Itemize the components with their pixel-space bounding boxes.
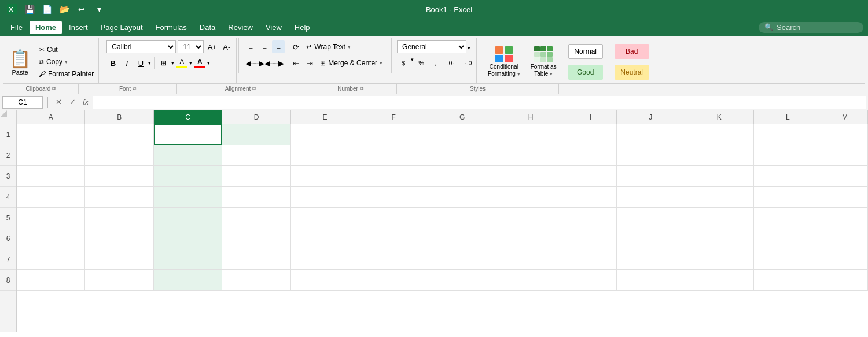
cell-E1[interactable]	[291, 124, 359, 145]
cell-G6[interactable]	[428, 228, 496, 249]
cell-B1[interactable]	[85, 124, 153, 145]
cell-I6[interactable]	[565, 228, 617, 249]
cell-H1[interactable]	[496, 124, 565, 145]
increase-indent-button[interactable]: ⇥	[303, 57, 316, 69]
formula-confirm-button[interactable]: ✓	[67, 97, 78, 108]
cell-L3[interactable]	[754, 166, 822, 187]
align-top-left-button[interactable]: ≡	[244, 40, 257, 53]
font-size-select[interactable]: 11	[178, 40, 204, 53]
font-color-button[interactable]: A	[193, 57, 206, 69]
formula-input[interactable]	[93, 96, 866, 109]
good-style-button[interactable]: Good	[564, 62, 608, 82]
cell-H6[interactable]	[496, 228, 565, 249]
cell-D7[interactable]	[222, 249, 290, 270]
col-header-K[interactable]: K	[685, 110, 753, 124]
cell-L1[interactable]	[754, 124, 822, 145]
normal-style-button[interactable]: Normal	[564, 42, 608, 61]
cell-H3[interactable]	[496, 166, 565, 187]
bold-button[interactable]: B	[106, 57, 119, 69]
col-header-G[interactable]: G	[428, 110, 496, 124]
percent-button[interactable]: %	[415, 57, 428, 69]
cell-D5[interactable]	[222, 208, 290, 228]
cell-G7[interactable]	[428, 249, 496, 270]
cell-D6[interactable]	[222, 228, 290, 249]
align-center-button[interactable]: ─▶◀─	[258, 57, 271, 69]
orientation-button[interactable]: ⟳	[289, 40, 302, 53]
cell-E7[interactable]	[291, 249, 359, 270]
cell-F6[interactable]	[359, 228, 428, 249]
fill-dropdown-icon[interactable]: ▾	[189, 60, 192, 66]
col-header-A[interactable]: A	[17, 110, 85, 124]
undo-icon[interactable]: ↩	[75, 3, 88, 16]
cell-J8[interactable]	[617, 270, 685, 291]
cell-I3[interactable]	[565, 166, 617, 187]
col-header-E[interactable]: E	[291, 110, 359, 124]
cell-M6[interactable]	[822, 228, 868, 249]
align-top-right-button[interactable]: ≡	[272, 40, 285, 53]
bad-style-button[interactable]: Bad	[610, 42, 654, 61]
cell-E2[interactable]	[291, 145, 359, 166]
cell-J1[interactable]	[617, 124, 685, 145]
cell-K6[interactable]	[685, 228, 753, 249]
cell-D3[interactable]	[222, 166, 290, 187]
cell-M5[interactable]	[822, 208, 868, 228]
cell-J2[interactable]	[617, 145, 685, 166]
cell-I5[interactable]	[565, 208, 617, 228]
cell-J5[interactable]	[617, 208, 685, 228]
menu-data[interactable]: Data	[194, 21, 221, 34]
cell-A3[interactable]	[17, 166, 85, 187]
cell-M4[interactable]	[822, 187, 868, 208]
row-header-7[interactable]: 7	[0, 249, 16, 270]
row-header-4[interactable]: 4	[0, 187, 16, 208]
cell-K3[interactable]	[685, 166, 753, 187]
cell-H8[interactable]	[496, 270, 565, 291]
cell-C6[interactable]	[154, 228, 222, 249]
cell-L2[interactable]	[754, 145, 822, 166]
cell-J6[interactable]	[617, 228, 685, 249]
underline-dropdown-icon[interactable]: ▾	[148, 60, 151, 66]
cell-D4[interactable]	[222, 187, 290, 208]
row-header-2[interactable]: 2	[0, 145, 16, 166]
cell-C4[interactable]	[154, 187, 222, 208]
cell-L4[interactable]	[754, 187, 822, 208]
cell-H2[interactable]	[496, 145, 565, 166]
fill-color-button[interactable]: A	[175, 57, 188, 69]
cell-F2[interactable]	[359, 145, 428, 166]
customize-icon[interactable]: ▾	[93, 3, 105, 16]
wrap-text-button[interactable]: ↵ Wrap Text ▾	[303, 40, 354, 53]
format-as-table-button[interactable]: Format as Table ▾	[527, 44, 560, 80]
underline-button[interactable]: U	[134, 57, 147, 69]
corner-cell[interactable]	[0, 110, 16, 124]
cell-J3[interactable]	[617, 166, 685, 187]
cell-H5[interactable]	[496, 208, 565, 228]
cell-K4[interactable]	[685, 187, 753, 208]
increase-font-button[interactable]: A+	[205, 40, 218, 53]
cell-G8[interactable]	[428, 270, 496, 291]
cell-B8[interactable]	[85, 270, 153, 291]
menu-file[interactable]: File	[5, 21, 28, 34]
col-header-I[interactable]: I	[565, 110, 617, 124]
cell-F8[interactable]	[359, 270, 428, 291]
col-header-M[interactable]: M	[822, 110, 868, 124]
col-header-L[interactable]: L	[754, 110, 822, 124]
cell-L5[interactable]	[754, 208, 822, 228]
cell-A1[interactable]	[17, 124, 85, 145]
menu-review[interactable]: Review	[222, 21, 259, 34]
number-expand-icon[interactable]: ⧉	[360, 86, 363, 92]
border-button[interactable]: ⊞	[157, 57, 170, 69]
cell-B5[interactable]	[85, 208, 153, 228]
alignment-expand-icon[interactable]: ⧉	[252, 86, 256, 92]
cell-B4[interactable]	[85, 187, 153, 208]
cell-E8[interactable]	[291, 270, 359, 291]
cell-C5[interactable]	[154, 208, 222, 228]
cell-E5[interactable]	[291, 208, 359, 228]
cell-M7[interactable]	[822, 249, 868, 270]
cell-M1[interactable]	[822, 124, 868, 145]
currency-button[interactable]: $	[397, 57, 410, 69]
border-dropdown-icon[interactable]: ▾	[171, 60, 174, 66]
merge-dropdown-icon[interactable]: ▾	[380, 60, 382, 66]
align-right-button[interactable]: ─▶	[272, 57, 285, 69]
cell-I1[interactable]	[565, 124, 617, 145]
cell-F1[interactable]	[359, 124, 428, 145]
cell-L6[interactable]	[754, 228, 822, 249]
